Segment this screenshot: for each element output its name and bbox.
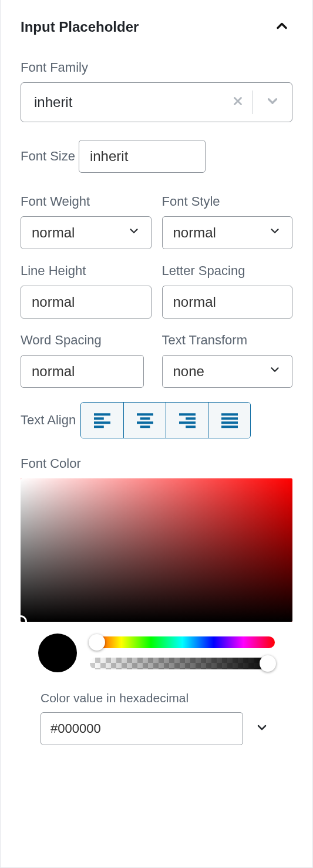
text-transform-field: Text Transform none: [162, 333, 293, 388]
letter-spacing-label: Letter Spacing: [162, 263, 293, 279]
text-transform-select[interactable]: none: [162, 355, 293, 388]
font-color-field: Font Color Color value in hexadecimal: [21, 456, 292, 745]
alpha-thumb[interactable]: [260, 655, 276, 672]
font-size-field: Font Size: [21, 140, 292, 173]
line-height-input[interactable]: normal: [21, 286, 152, 319]
sliders: [90, 636, 275, 669]
collapse-button[interactable]: [271, 15, 292, 39]
font-family-label: Font Family: [21, 60, 292, 75]
text-align-group: [80, 402, 251, 438]
font-weight-label: Font Weight: [21, 194, 152, 209]
chevron-down-icon: [265, 93, 280, 109]
text-align-field: Text Align: [21, 402, 292, 438]
font-color-label: Font Color: [21, 456, 292, 471]
hue-slider[interactable]: [90, 636, 275, 648]
font-style-select[interactable]: normal: [162, 216, 293, 249]
hex-label: Color value in hexadecimal: [41, 691, 272, 705]
chevron-up-icon: [274, 18, 290, 34]
font-family-select[interactable]: inherit: [21, 82, 292, 122]
saturation-panel[interactable]: [21, 478, 292, 622]
font-weight-value: normal: [32, 224, 75, 241]
font-family-value: inherit: [21, 94, 223, 110]
color-format-toggle[interactable]: [251, 717, 272, 740]
font-weight-field: Font Weight normal: [21, 194, 152, 249]
font-family-open[interactable]: [253, 93, 292, 111]
word-spacing-value: normal: [32, 363, 75, 380]
word-spacing-input[interactable]: normal: [21, 355, 144, 388]
font-style-field: Font Style normal: [162, 194, 293, 249]
align-justify-icon: [220, 412, 240, 428]
align-center-button[interactable]: [123, 403, 166, 438]
chevron-down-icon: [127, 224, 140, 241]
align-left-icon: [92, 412, 112, 428]
letter-spacing-input[interactable]: normal: [162, 286, 293, 319]
hex-input[interactable]: [41, 712, 243, 745]
font-size-label: Font Size: [21, 149, 75, 164]
font-weight-select[interactable]: normal: [21, 216, 152, 249]
align-right-icon: [177, 412, 197, 428]
typography-panel: Input Placeholder Font Family inherit Fo…: [1, 0, 312, 769]
line-height-value: normal: [32, 294, 75, 310]
letter-spacing-value: normal: [173, 294, 216, 310]
font-family-field: Font Family inherit: [21, 60, 292, 122]
chevron-down-icon: [255, 720, 269, 735]
align-right-button[interactable]: [166, 403, 208, 438]
font-style-label: Font Style: [162, 194, 293, 209]
chevron-down-icon: [268, 224, 281, 241]
hue-thumb[interactable]: [89, 634, 105, 651]
line-height-field: Line Height normal: [21, 263, 152, 319]
letter-spacing-field: Letter Spacing normal: [162, 263, 293, 319]
text-transform-label: Text Transform: [162, 333, 293, 348]
wordspacing-texttransform-row: Word Spacing normal Text Transform none: [21, 333, 292, 388]
section-title: Input Placeholder: [21, 19, 139, 35]
section-header[interactable]: Input Placeholder: [21, 15, 292, 39]
alpha-slider[interactable]: [90, 658, 275, 669]
align-center-icon: [135, 412, 155, 428]
color-swatch: [38, 634, 77, 672]
text-transform-value: none: [173, 363, 204, 380]
black-gradient: [21, 478, 292, 622]
hex-field: Color value in hexadecimal: [21, 691, 292, 745]
font-weight-style-row: Font Weight normal Font Style normal: [21, 194, 292, 249]
close-icon: [231, 95, 244, 108]
text-align-label: Text Align: [21, 413, 76, 428]
word-spacing-label: Word Spacing: [21, 333, 152, 348]
chevron-down-icon: [268, 363, 281, 380]
align-justify-button[interactable]: [208, 403, 250, 438]
swatch-sliders-row: [21, 634, 292, 672]
lineheight-letterspacing-row: Line Height normal Letter Spacing normal: [21, 263, 292, 319]
font-size-input[interactable]: [79, 140, 206, 173]
word-spacing-field: Word Spacing normal: [21, 333, 152, 388]
align-left-button[interactable]: [81, 403, 123, 438]
line-height-label: Line Height: [21, 263, 152, 279]
font-style-value: normal: [173, 224, 216, 241]
font-family-clear[interactable]: [223, 95, 253, 110]
